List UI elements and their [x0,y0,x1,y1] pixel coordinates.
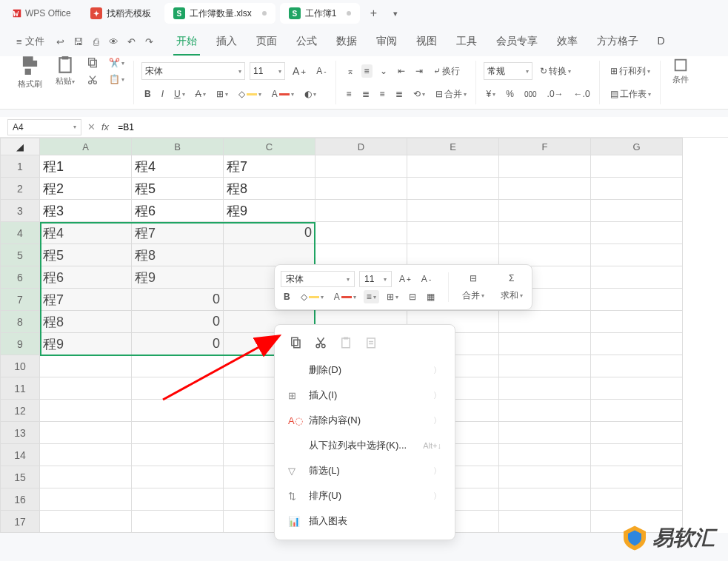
cell-g9[interactable] [591,333,683,355]
row-header[interactable]: 10 [0,355,40,377]
col-header-e[interactable]: E [407,138,499,155]
tab-workbook-count[interactable]: S 工作簿数量.xlsx [164,3,275,24]
align-right-icon[interactable]: ≡ [377,87,388,101]
cell-g1[interactable] [591,155,683,178]
bold-button[interactable]: B [141,87,154,101]
ctx-clear[interactable]: A◌清除内容(N)〉 [275,408,455,433]
cell-a2[interactable]: 程2 [40,178,132,200]
mini-bold-button[interactable]: B [281,290,293,303]
cell-b4[interactable]: 程7 [132,222,224,244]
cell-a1[interactable]: 程1 [40,155,132,178]
menu-back-icon[interactable]: ↩ [53,34,68,49]
cell-g10[interactable] [591,355,683,377]
copy2-icon[interactable]: ✂️▾ [106,56,127,70]
align-dist-icon[interactable]: ≣ [393,87,406,101]
row-header[interactable]: 4 [0,222,40,244]
align-center-icon[interactable]: ≣ [359,87,373,101]
cell-g7[interactable] [591,289,683,311]
cell-g3[interactable] [591,200,683,222]
strike-button[interactable]: A▾ [193,87,209,101]
col-header-g[interactable]: G [591,138,683,155]
cell-g4[interactable] [591,222,683,244]
tab-templates[interactable]: ✦ 找稻壳模板 [81,3,160,24]
cell-f1[interactable] [499,155,591,178]
cell-f17[interactable] [499,511,591,533]
cell-b2[interactable]: 程5 [132,178,224,200]
mini-mergecell-button[interactable]: ⊟ [467,272,480,285]
cell-g12[interactable] [591,400,683,422]
percent-icon[interactable]: % [503,87,517,101]
ctx-cut-icon[interactable] [313,335,328,350]
cell-b10[interactable] [132,355,224,377]
col-header-b[interactable]: B [132,138,224,155]
mini-fontcolor-button[interactable]: A▾ [331,290,359,303]
col-header-c[interactable]: C [224,138,315,155]
cell-a3[interactable]: 程3 [40,200,132,222]
worksheet-button[interactable]: ▤工作表▾ [607,87,654,102]
mini-sum-button[interactable]: 求和▾ [498,288,526,303]
redo-icon[interactable]: ↷ [142,34,157,49]
cell-b3[interactable]: 程6 [132,200,224,222]
conditional-button[interactable]: 条件 [668,56,693,87]
print-icon[interactable]: ⎙ [89,34,104,49]
cell-f16[interactable] [499,488,591,511]
border-button[interactable]: ⊞▾ [213,87,231,101]
cell-a11[interactable] [40,377,132,400]
cell-a15[interactable] [40,466,132,488]
cell-g11[interactable] [591,377,683,400]
menutab-member[interactable]: 会员专享 [493,29,541,54]
ctx-filter[interactable]: ▽筛选(L)〉 [275,458,455,483]
ctx-insert[interactable]: ⊞插入(I)〉 [275,383,455,408]
row-header[interactable]: 3 [0,200,40,222]
cell-f8[interactable] [499,311,591,333]
row-header[interactable]: 11 [0,377,40,400]
menutab-formula[interactable]: 公式 [293,29,320,54]
menutab-d[interactable]: D [655,29,668,54]
cell-d5[interactable] [315,244,407,266]
font-select[interactable]: 宋体▾ [141,62,245,80]
paste-options-icon[interactable]: 📋▾ [106,73,127,86]
row-header[interactable]: 6 [0,266,40,289]
align-bottom-icon[interactable]: ⌄ [377,64,390,78]
cell-g13[interactable] [591,422,683,444]
cell-a6[interactable]: 程6 [40,266,132,289]
row-header[interactable]: 2 [0,178,40,200]
menutab-tools[interactable]: 工具 [453,29,480,54]
indent-dec-icon[interactable]: ⇤ [395,64,408,78]
row-header[interactable]: 9 [0,333,40,355]
paste-button[interactable]: 粘贴▾ [51,54,79,88]
cell-g15[interactable] [591,466,683,488]
mini-merge-icon[interactable]: ⊟ [406,290,419,303]
cell-g5[interactable] [591,244,683,266]
menutab-start[interactable]: 开始 [173,29,200,54]
row-header[interactable]: 5 [0,244,40,266]
cell-f12[interactable] [499,400,591,422]
cell-e4[interactable] [407,222,499,244]
cell-a10[interactable] [40,355,132,377]
new-tab-button[interactable]: + [364,4,382,22]
cell-f5[interactable] [499,244,591,266]
cell-f4[interactable] [499,222,591,244]
row-header[interactable]: 16 [0,488,40,511]
cell-e5[interactable] [407,244,499,266]
align-middle-icon[interactable]: ≡ [361,64,373,78]
cell-a8[interactable]: 程8 [40,311,132,333]
menutab-efficiency[interactable]: 效率 [554,29,581,54]
col-header-a[interactable]: A [40,138,132,155]
menutab-data[interactable]: 数据 [333,29,360,54]
ctx-sort[interactable]: ⇅排序(U)〉 [275,483,455,508]
cell-f2[interactable] [499,178,591,200]
cell-b17[interactable] [132,511,224,533]
fill-color-button[interactable]: ◇▾ [236,87,264,101]
cell-a9[interactable]: 程9 [40,333,132,355]
cell-a5[interactable]: 程5 [40,244,132,266]
row-header[interactable]: 12 [0,400,40,422]
convert-button[interactable]: ↻转换▾ [537,64,574,79]
mini-sum-icon[interactable]: Σ [506,272,517,285]
number-format-select[interactable]: 常规▾ [484,62,532,80]
cell-b14[interactable] [132,444,224,466]
cell-b9[interactable]: 0 [132,333,224,355]
formula-input[interactable] [115,119,721,135]
cell-g14[interactable] [591,444,683,466]
cell-f10[interactable] [499,355,591,377]
